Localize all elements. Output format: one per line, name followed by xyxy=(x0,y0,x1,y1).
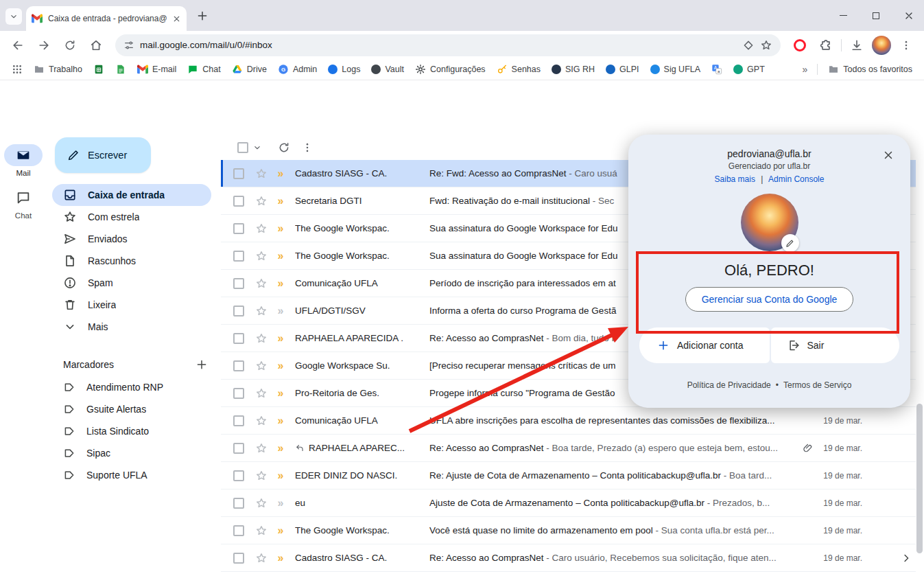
bookmark-item-configuracoes[interactable]: Configurações xyxy=(410,62,490,77)
scrollbar-thumb[interactable] xyxy=(916,404,923,553)
email-checkbox[interactable] xyxy=(233,415,244,426)
email-checkbox[interactable] xyxy=(233,525,244,536)
refresh-button[interactable] xyxy=(273,137,295,159)
star-icon[interactable] xyxy=(255,415,268,427)
sidebar-label-item[interactable]: Atendimento RNP xyxy=(52,376,211,398)
bookmark-item-logs[interactable]: Logs xyxy=(323,62,365,76)
email-checkbox[interactable] xyxy=(233,498,244,509)
importance-marker[interactable]: » xyxy=(274,306,287,316)
terms-link[interactable]: Termos de Serviço xyxy=(783,380,851,390)
add-account-button[interactable]: Adicionar conta xyxy=(639,327,770,363)
tab-search-button[interactable] xyxy=(5,8,22,25)
back-button[interactable] xyxy=(7,34,29,56)
window-maximize-button[interactable] xyxy=(870,10,881,21)
star-icon[interactable] xyxy=(255,222,268,235)
browser-menu-button[interactable] xyxy=(895,34,917,56)
bookmark-item-admin[interactable]: GAdmin xyxy=(273,62,322,77)
bookmark-item-email[interactable]: E-mail xyxy=(132,62,181,77)
email-row[interactable]: »EDER DINIZ DO NASCI.Re: Ajuste de Cota … xyxy=(221,462,916,489)
window-minimize-button[interactable] xyxy=(838,10,849,21)
email-checkbox[interactable] xyxy=(233,470,244,481)
site-settings-icon[interactable] xyxy=(123,40,134,51)
importance-marker[interactable]: » xyxy=(274,388,287,399)
bookmark-star-icon[interactable] xyxy=(760,39,772,51)
star-icon[interactable] xyxy=(255,332,268,345)
sidebar-item-lixeira[interactable]: Lixeira xyxy=(52,294,211,316)
browser-profile-avatar[interactable] xyxy=(872,36,891,55)
compose-button[interactable]: Escrever xyxy=(55,137,151,173)
admin-console-link[interactable]: Admin Console xyxy=(768,174,824,184)
importance-marker[interactable]: » xyxy=(274,360,287,371)
address-action-icon[interactable] xyxy=(742,39,755,51)
star-icon[interactable] xyxy=(255,195,268,207)
privacy-link[interactable]: Política de Privacidade xyxy=(687,380,771,390)
email-row[interactable]: »Cadastro SIASG - CA.Re: Acesso ao Compr… xyxy=(221,544,916,572)
star-icon[interactable] xyxy=(255,360,268,372)
home-button[interactable] xyxy=(85,34,107,56)
sidebar-item-enviados[interactable]: Enviados xyxy=(52,228,211,250)
bookmark-item-gpt[interactable]: GPT xyxy=(728,62,770,76)
bookmark-item-senhas[interactable]: Senhas xyxy=(492,62,545,77)
email-row[interactable]: »Comunicação UFLAUFLA abre inscrições pa… xyxy=(221,407,916,435)
popup-close-button[interactable] xyxy=(876,143,901,168)
sidebar-item-com-estrela[interactable]: Com estrela xyxy=(52,206,211,228)
star-icon[interactable] xyxy=(255,250,268,262)
importance-marker[interactable]: » xyxy=(274,333,287,344)
bookmark-item-glpi[interactable]: GLPI xyxy=(601,62,644,76)
importance-marker[interactable]: » xyxy=(274,498,287,509)
email-checkbox[interactable] xyxy=(233,223,244,234)
sign-out-button[interactable]: Sair xyxy=(771,327,900,363)
importance-marker[interactable]: » xyxy=(274,168,287,179)
importance-marker[interactable]: » xyxy=(274,278,287,289)
select-dropdown-icon[interactable] xyxy=(252,143,262,152)
bookmarks-overflow-button[interactable]: » xyxy=(798,64,812,75)
forward-button[interactable] xyxy=(33,34,55,56)
email-row[interactable]: »The Google Workspac.Você está quase no … xyxy=(221,517,916,544)
bookmark-item-sig-ufla[interactable]: Sig UFLA xyxy=(645,62,706,76)
select-all-checkbox[interactable] xyxy=(237,142,248,153)
importance-marker[interactable]: » xyxy=(274,525,287,536)
sidebar-item-rascunhos[interactable]: Rascunhos xyxy=(52,250,211,272)
tab-close-icon[interactable] xyxy=(172,14,181,23)
learn-more-link[interactable]: Saiba mais xyxy=(715,174,755,184)
manage-account-button[interactable]: Gerenciar sua Conta do Google xyxy=(685,287,854,312)
browser-tab[interactable]: Caixa de entrada - pedroviana@ xyxy=(26,6,187,31)
new-tab-button[interactable] xyxy=(196,10,209,22)
all-favorites-button[interactable]: Todos os favoritos xyxy=(823,62,917,77)
email-checkbox[interactable] xyxy=(233,251,244,262)
importance-marker[interactable]: » xyxy=(274,415,287,426)
sidebar-label-item[interactable]: Suporte UFLA xyxy=(52,464,211,486)
window-close-button[interactable] xyxy=(903,10,914,21)
bookmark-item-chat[interactable]: Chat xyxy=(182,62,225,77)
reload-button[interactable] xyxy=(59,34,81,56)
email-checkbox[interactable] xyxy=(233,196,244,207)
importance-marker[interactable]: » xyxy=(274,553,287,564)
importance-marker[interactable]: » xyxy=(274,443,287,454)
star-icon[interactable] xyxy=(255,497,268,509)
add-label-button[interactable] xyxy=(192,355,211,374)
importance-marker[interactable]: » xyxy=(274,470,287,481)
email-checkbox[interactable] xyxy=(233,168,244,179)
address-bar[interactable]: mail.google.com/mail/u/0/#inbox xyxy=(115,34,781,56)
star-icon[interactable] xyxy=(255,525,268,537)
sidebar-item-caixa-de-entrada[interactable]: Caixa de entrada xyxy=(52,184,211,206)
email-checkbox[interactable] xyxy=(233,333,244,344)
email-checkbox[interactable] xyxy=(233,278,244,289)
sidebar-item-mais[interactable]: Mais xyxy=(52,316,211,338)
bookmark-item-apps[interactable] xyxy=(7,62,27,77)
star-icon[interactable] xyxy=(255,470,268,482)
sidebar-label-item[interactable]: Sipac xyxy=(52,442,211,464)
email-row[interactable]: »RAPHAELA APAREC...Re: Acesso ao Compras… xyxy=(221,435,916,462)
star-icon[interactable] xyxy=(255,442,268,454)
email-checkbox[interactable] xyxy=(233,306,244,316)
bookmark-item-sheets[interactable] xyxy=(88,62,109,77)
sidebar-item-spam[interactable]: Spam xyxy=(52,272,211,294)
edit-photo-button[interactable] xyxy=(781,234,799,252)
email-checkbox[interactable] xyxy=(233,360,244,371)
sidebar-label-item[interactable]: Gsuite Alertas xyxy=(52,398,211,420)
side-panel-toggle[interactable] xyxy=(894,546,919,571)
importance-marker[interactable]: » xyxy=(274,223,287,234)
more-actions-button[interactable] xyxy=(296,137,318,159)
bookmark-item-sig-rh[interactable]: SIG RH xyxy=(547,62,600,76)
importance-marker[interactable]: » xyxy=(274,196,287,207)
